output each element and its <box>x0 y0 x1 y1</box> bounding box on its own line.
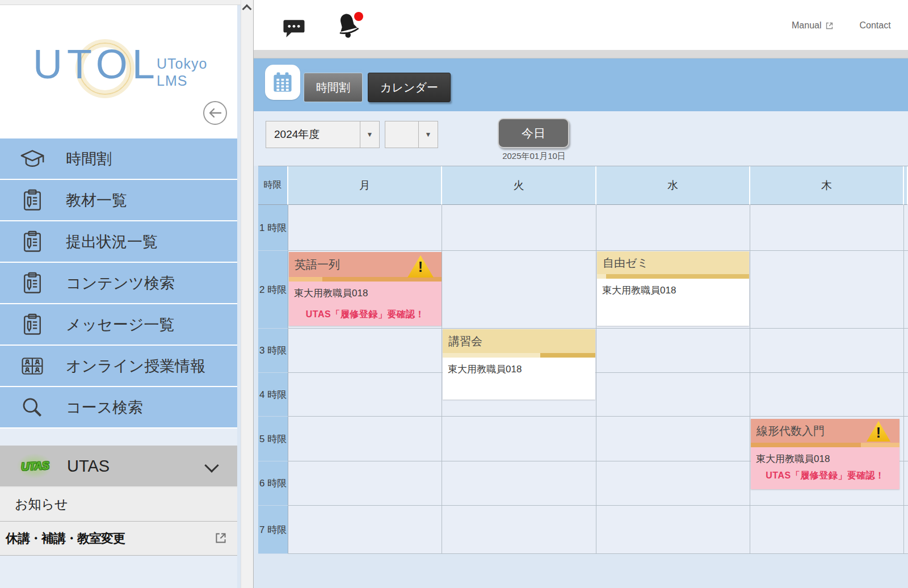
sidebar-collapse-button[interactable] <box>202 100 228 126</box>
sidebar-item-class-changes[interactable]: 休講・補講・教室変更 <box>0 522 237 556</box>
course-card-strip <box>751 443 899 447</box>
timetable-cell <box>596 329 750 373</box>
course-card-strip <box>597 274 749 279</box>
course-title: 講習会 <box>448 334 482 349</box>
tab-timetable[interactable]: 時間割 <box>304 73 363 102</box>
timetable-cell <box>442 205 596 251</box>
sidebar-item-submissions[interactable]: 提出状況一覧 <box>0 221 237 263</box>
manual-link[interactable]: Manual <box>792 20 834 31</box>
sidebar-item-label: 提出状況一覧 <box>66 232 158 252</box>
sidebar: UTOL UTokyo LMS 時間割 <box>0 5 237 588</box>
sidebar-item-online-class[interactable]: オンライン授業情報 <box>0 346 237 387</box>
utol-logo: UTOL <box>33 44 159 85</box>
timetable-grid: 時限 月 火 水 木 1 時限 2 時限 3 時限 4 時限 5 時 <box>258 166 908 554</box>
period-label: 5 時限 <box>258 417 288 461</box>
sidebar-item-label: オンライン授業情報 <box>66 356 205 376</box>
sidebar-item-label: 教材一覧 <box>66 190 127 211</box>
period-column-header: 時限 <box>258 166 288 205</box>
top-bar: Manual Contact <box>254 0 908 50</box>
timetable-cell <box>288 329 442 373</box>
course-warning-text: UTAS「履修登録」要確認！ <box>751 470 899 482</box>
calendar-icon <box>270 70 295 95</box>
scroll-up-arrow-icon[interactable] <box>242 5 252 14</box>
notices-label: お知らせ <box>15 495 68 513</box>
course-title: 線形代数入門 <box>756 423 825 439</box>
sidebar-item-label: メッセージ一覧 <box>66 314 175 335</box>
sidebar-menu: 時間割 教材一覧 提出状況一覧 <box>0 138 237 429</box>
course-warning-text: UTAS「履修登録」要確認！ <box>289 309 442 321</box>
notification-badge-dot <box>354 12 363 21</box>
logo-subtitle-line2: LMS <box>157 72 207 89</box>
sidebar-item-content-search[interactable]: コンテンツ検索 <box>0 263 237 304</box>
course-title: 英語一列 <box>295 257 340 272</box>
dropdown-arrow-icon: ▼ <box>418 121 438 148</box>
dropdown-arrow-icon: ▼ <box>360 121 379 148</box>
sidebar-item-label: コンテンツ検索 <box>66 273 175 293</box>
today-button[interactable]: 今日 <box>498 118 569 148</box>
day-header-thu: 木 <box>750 166 904 205</box>
timetable-cell <box>904 251 908 329</box>
view-toolbar: 時間割 カレンダー <box>254 58 908 111</box>
course-card-body: 東大用教職員018 UTAS「履修登録」要確認！ <box>289 282 442 326</box>
course-card-body: 東大用教職員018 <box>597 279 749 326</box>
timetable-cell <box>750 373 904 417</box>
course-card-body: 東大用教職員018 <box>443 358 595 400</box>
utol-logo-subtitle: UTokyo LMS <box>157 55 207 89</box>
timetable-cell <box>904 417 908 461</box>
video-grid-icon <box>19 353 45 379</box>
graduation-cap-icon <box>19 146 45 172</box>
course-card-header: 講習会 <box>443 329 595 353</box>
timetable-cell <box>904 373 908 417</box>
sidebar-item-label: コース検索 <box>66 397 143 418</box>
timetable-cell <box>442 506 596 554</box>
day-header-mon: 月 <box>288 166 442 205</box>
timetable-controls: 2024年度 ▼ ▼ 今日 2025年01月10日 <box>254 111 908 166</box>
timetable-cell <box>596 205 750 251</box>
course-card-free-seminar[interactable]: 自由ゼミ 東大用教職員018 <box>597 251 749 326</box>
clipboard-icon <box>19 270 45 296</box>
utas-label: UTAS <box>67 457 110 476</box>
chat-icon[interactable] <box>281 16 307 41</box>
contact-label: Contact <box>859 20 890 31</box>
contact-link[interactable]: Contact <box>859 20 890 31</box>
tab-calendar[interactable]: カレンダー <box>368 73 451 102</box>
timetable-cell <box>442 251 596 329</box>
timetable-cell <box>904 461 908 506</box>
timetable-cell <box>750 251 904 329</box>
course-title: 自由ゼミ <box>603 255 649 271</box>
year-select[interactable]: 2024年度 ▼ <box>266 121 380 148</box>
sidebar-item-notices[interactable]: お知らせ <box>0 488 237 522</box>
today-group: 今日 2025年01月10日 <box>498 118 570 162</box>
course-card-header: 自由ゼミ <box>597 251 749 274</box>
notifications-bell-icon[interactable] <box>335 11 364 42</box>
view-tabs: 時間割 カレンダー <box>304 73 451 102</box>
sidebar-item-label: 時間割 <box>66 149 112 169</box>
course-card-seminar[interactable]: 講習会 東大用教職員018 <box>443 329 595 400</box>
sidebar-utas-section[interactable]: UTAS UTAS <box>0 446 237 488</box>
sidebar-item-timetable[interactable]: 時間割 <box>0 138 237 180</box>
timetable-cell <box>596 373 750 417</box>
sidebar-logo-area: UTOL UTokyo LMS <box>0 5 237 138</box>
sidebar-item-messages[interactable]: メッセージ一覧 <box>0 304 237 346</box>
timetable-cell <box>442 461 596 506</box>
sidebar-gap <box>0 429 237 446</box>
course-instructor: 東大用教職員018 <box>597 279 749 297</box>
course-card-english[interactable]: 英語一列 ! 東大用教職員018 UTAS「履修登録」要確認！ <box>289 252 442 326</box>
day-header-wed: 水 <box>596 166 750 205</box>
clipboard-icon <box>19 229 45 255</box>
calendar-icon-button[interactable] <box>265 65 300 100</box>
sidebar-item-materials[interactable]: 教材一覧 <box>0 180 237 221</box>
day-header-tue: 火 <box>442 166 596 205</box>
course-card-header: 線形代数入門 ! <box>751 419 899 443</box>
main-content: Manual Contact 時間割 カレン <box>254 0 908 588</box>
timetable-cell <box>596 417 750 461</box>
warning-triangle-icon: ! <box>407 255 434 278</box>
year-select-value: 2024年度 <box>266 121 360 148</box>
term-select[interactable]: ▼ <box>385 121 438 148</box>
sidebar-item-course-search[interactable]: コース検索 <box>0 387 237 429</box>
vertical-scrollbar[interactable] <box>241 0 254 588</box>
warning-triangle-icon: ! <box>867 421 890 442</box>
clipboard-icon <box>19 187 45 213</box>
clipboard-icon <box>19 312 45 338</box>
course-card-linear-algebra[interactable]: 線形代数入門 ! 東大用教職員018 UTAS「履修登録」要確認！ <box>751 419 899 489</box>
